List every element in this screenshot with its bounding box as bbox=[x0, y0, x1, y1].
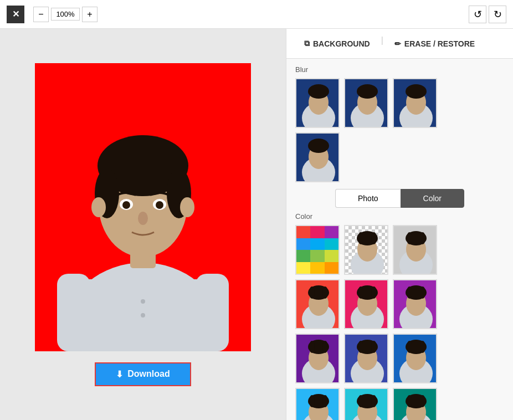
svg-point-90 bbox=[420, 395, 425, 407]
palette-cell bbox=[325, 238, 338, 250]
close-button[interactable]: ✕ bbox=[7, 6, 24, 23]
palette-cell bbox=[296, 262, 310, 274]
svg-point-79 bbox=[309, 395, 315, 407]
svg-point-12 bbox=[156, 201, 163, 209]
svg-point-74 bbox=[407, 341, 412, 353]
svg-rect-19 bbox=[196, 274, 229, 351]
palette-cell bbox=[296, 238, 310, 250]
person-image bbox=[35, 63, 251, 351]
svg-point-70 bbox=[371, 341, 377, 353]
palette-cell bbox=[310, 262, 324, 274]
svg-point-49 bbox=[309, 286, 315, 299]
right-content: Blur bbox=[286, 59, 513, 420]
blur-thumb-3[interactable] bbox=[393, 78, 437, 128]
svg-point-40 bbox=[371, 232, 377, 244]
palette-cell bbox=[296, 226, 310, 238]
svg-point-59 bbox=[407, 286, 412, 299]
tab-background[interactable]: ⧉ BACKGROUND bbox=[295, 35, 379, 52]
bg-teal-thumb[interactable] bbox=[393, 388, 437, 420]
zoom-in-button[interactable]: + bbox=[82, 7, 98, 22]
svg-point-80 bbox=[322, 395, 328, 407]
svg-point-50 bbox=[322, 286, 328, 299]
palette-cell bbox=[310, 238, 324, 250]
svg-point-35 bbox=[308, 139, 329, 153]
image-container: ⬇ Download bbox=[35, 63, 251, 386]
svg-point-13 bbox=[138, 212, 148, 225]
bg-indigo-thumb[interactable] bbox=[344, 334, 388, 383]
bg-darkpurple-thumb[interactable] bbox=[295, 334, 340, 383]
top-bar: ✕ − 100% + ↺ ↻ bbox=[0, 0, 513, 29]
bg-transparent-thumb[interactable] bbox=[344, 225, 388, 275]
svg-point-64 bbox=[309, 341, 315, 353]
bg-blue-thumb[interactable] bbox=[393, 334, 437, 383]
svg-point-45 bbox=[420, 232, 425, 244]
tab-erase-restore[interactable]: ✏ ERASE / RESTORE bbox=[386, 35, 484, 52]
blur-thumb-2[interactable] bbox=[344, 78, 388, 128]
palette-cell bbox=[310, 250, 324, 262]
color-row-4 bbox=[295, 388, 504, 420]
blur-thumb-1[interactable] bbox=[295, 78, 340, 128]
color-palette-picker[interactable] bbox=[295, 225, 340, 275]
palette-cell bbox=[325, 226, 338, 238]
palette-cell bbox=[325, 250, 338, 262]
bg-pink-thumb[interactable] bbox=[344, 279, 388, 329]
photo-frame bbox=[35, 63, 251, 351]
zoom-value: 100% bbox=[51, 8, 80, 21]
main-area: ⬇ Download ⧉ BACKGROUND | ✏ ERASE / REST… bbox=[0, 29, 513, 420]
tab-separator: | bbox=[379, 35, 386, 52]
zoom-out-button[interactable]: − bbox=[33, 7, 49, 22]
blur-thumb-4[interactable] bbox=[295, 132, 340, 182]
download-label: Download bbox=[127, 369, 170, 379]
svg-point-17 bbox=[141, 313, 145, 317]
svg-point-84 bbox=[358, 395, 363, 407]
close-icon: ✕ bbox=[12, 9, 19, 19]
blur-thumbnails-row-2 bbox=[295, 132, 504, 182]
bg-red-thumb[interactable] bbox=[295, 279, 340, 329]
svg-point-60 bbox=[420, 286, 425, 299]
undo-button[interactable]: ↺ bbox=[469, 6, 486, 23]
photo-toggle-button[interactable]: Photo bbox=[335, 189, 401, 208]
svg-rect-18 bbox=[57, 274, 90, 351]
svg-point-39 bbox=[358, 232, 363, 244]
palette-cell bbox=[310, 226, 324, 238]
svg-point-55 bbox=[371, 286, 377, 299]
svg-point-11 bbox=[122, 201, 130, 209]
svg-point-27 bbox=[357, 84, 378, 99]
svg-point-85 bbox=[371, 395, 377, 407]
svg-point-8 bbox=[180, 197, 194, 217]
bg-cyan-thumb[interactable] bbox=[344, 388, 388, 420]
bg-purple-thumb[interactable] bbox=[393, 279, 437, 329]
svg-point-7 bbox=[91, 197, 106, 217]
svg-point-89 bbox=[407, 395, 412, 407]
download-icon: ⬇ bbox=[116, 369, 123, 380]
erase-restore-tab-label: ERASE / RESTORE bbox=[404, 39, 475, 48]
left-panel: ⬇ Download bbox=[0, 29, 286, 420]
svg-point-31 bbox=[406, 84, 427, 99]
wand-icon: ✏ bbox=[394, 39, 401, 48]
right-tabs: ⧉ BACKGROUND | ✏ ERASE / RESTORE bbox=[286, 29, 513, 59]
svg-point-65 bbox=[322, 341, 328, 353]
undo-redo-controls: ↺ ↻ bbox=[469, 6, 506, 23]
blur-label: Blur bbox=[295, 65, 504, 74]
photo-color-toggle: Photo Color bbox=[295, 189, 504, 208]
svg-point-69 bbox=[358, 341, 363, 353]
download-button[interactable]: ⬇ Download bbox=[95, 362, 191, 386]
redo-button[interactable]: ↻ bbox=[489, 6, 506, 23]
zoom-controls: − 100% + bbox=[33, 7, 98, 22]
bg-gray-thumb[interactable] bbox=[393, 225, 437, 275]
color-toggle-button[interactable]: Color bbox=[401, 189, 464, 208]
color-section-label: Color bbox=[295, 212, 504, 221]
color-row-2 bbox=[295, 279, 504, 329]
palette-cell bbox=[325, 262, 338, 274]
svg-point-44 bbox=[407, 232, 412, 244]
svg-point-23 bbox=[308, 84, 329, 99]
palette-cell bbox=[296, 250, 310, 262]
background-tab-label: BACKGROUND bbox=[313, 39, 370, 48]
layers-icon: ⧉ bbox=[304, 39, 310, 48]
svg-point-16 bbox=[141, 299, 145, 304]
bg-lightblue-thumb[interactable] bbox=[295, 388, 340, 420]
svg-point-54 bbox=[358, 286, 363, 299]
color-row-3 bbox=[295, 334, 504, 383]
blur-thumbnails-row bbox=[295, 78, 504, 128]
svg-point-75 bbox=[420, 341, 425, 353]
